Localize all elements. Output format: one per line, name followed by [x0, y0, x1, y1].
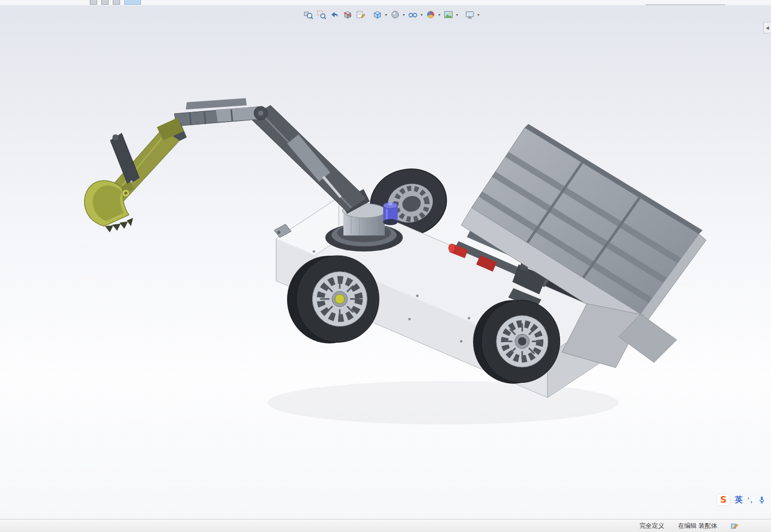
section-view-icon[interactable]: [341, 8, 354, 21]
excavator-boom[interactable]: [159, 98, 370, 214]
view-settings-icon[interactable]: [463, 8, 476, 21]
edit-appearance-icon[interactable]: [424, 8, 437, 21]
apply-scene-dropdown-arrow[interactable]: ▾: [455, 13, 459, 17]
edit-appearance-dropdown-arrow[interactable]: ▾: [437, 13, 442, 17]
ime-language-mode[interactable]: 英: [735, 495, 743, 505]
menu-strip: [0, 0, 771, 5]
front-wheel[interactable]: [287, 256, 379, 343]
toolbar-icon[interactable]: [90, 0, 97, 5]
toolbar-icon[interactable]: [113, 0, 120, 5]
microphone-icon[interactable]: [758, 495, 766, 504]
definition-status: 完全定义: [639, 522, 665, 530]
solidworks-window: WORKS 插件 MBD: [0, 0, 771, 532]
display-style-dropdown-arrow[interactable]: ▾: [401, 13, 406, 17]
view-orientation-icon[interactable]: [371, 8, 384, 21]
slew-motor[interactable]: [383, 201, 398, 225]
toolbar-icon[interactable]: [101, 0, 109, 5]
ground-shadow: [267, 381, 619, 425]
menu-mini-toolbar: [90, 0, 141, 5]
task-pane-collapse-button[interactable]: ◀: [763, 22, 771, 33]
apply-scene-icon[interactable]: [442, 8, 455, 21]
status-bar: 完全定义 在编辑 装配体: [0, 519, 771, 532]
editing-status: 在编辑 装配体: [678, 522, 717, 530]
toolbar-icon-highlighted[interactable]: [124, 0, 141, 5]
ime-punctuation-indicator[interactable]: ’,: [748, 496, 753, 504]
zoom-to-area-icon[interactable]: [315, 8, 328, 21]
hide-show-items-dropdown-arrow[interactable]: ▾: [419, 13, 424, 17]
view-settings-dropdown-arrow[interactable]: ▾: [476, 13, 481, 17]
rear-wheel[interactable]: [473, 300, 560, 383]
annotation-view-icon[interactable]: [354, 8, 367, 21]
hide-show-items-icon[interactable]: [406, 8, 419, 21]
graphics-viewport[interactable]: ▾ ▾ ▾ ▾ ▾ ▾ ◀ S: [0, 5, 771, 519]
ime-bar: S 英 ’,: [717, 492, 766, 507]
yellow-hub[interactable]: [335, 294, 345, 304]
zoom-to-fit-icon[interactable]: [302, 8, 315, 21]
assembly-model[interactable]: [0, 5, 771, 519]
heads-up-view-toolbar: ▾ ▾ ▾ ▾ ▾ ▾: [302, 8, 481, 21]
display-style-icon[interactable]: [388, 8, 401, 21]
view-orientation-dropdown-arrow[interactable]: ▾: [384, 13, 388, 17]
ime-logo[interactable]: S: [717, 494, 730, 506]
edit-assembly-icon[interactable]: [731, 522, 739, 530]
bucket[interactable]: [85, 180, 134, 232]
previous-view-icon[interactable]: [328, 8, 341, 21]
